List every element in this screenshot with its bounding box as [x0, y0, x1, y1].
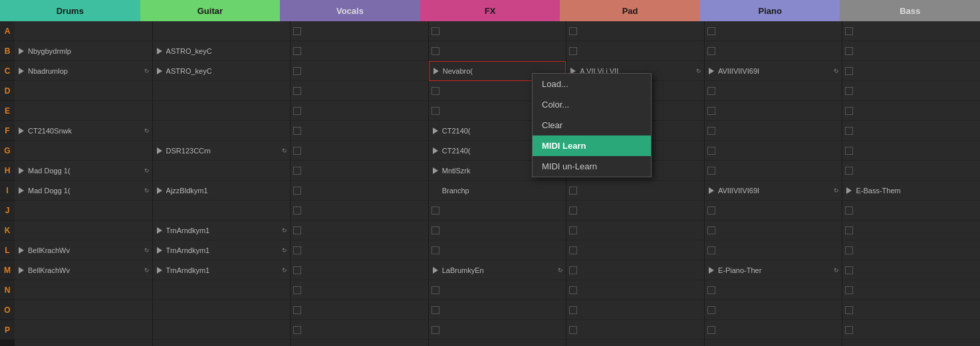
checkbox[interactable] — [431, 27, 439, 35]
checkbox[interactable] — [845, 127, 853, 135]
checkbox[interactable] — [569, 246, 577, 254]
checkbox[interactable] — [431, 207, 439, 215]
cell-drums-i[interactable]: Mad Dogg 1( ↻ — [15, 181, 152, 201]
cell-drums-h[interactable]: Mad Dogg 1( ↻ — [15, 161, 152, 181]
cell-drums-m[interactable]: BellKrachWv ↻ — [15, 260, 152, 280]
checkbox[interactable] — [293, 306, 301, 314]
checkbox[interactable] — [431, 326, 439, 334]
cell-fx-m[interactable]: LaBrumkyEn ↻ — [429, 260, 566, 280]
checkbox[interactable] — [293, 226, 301, 234]
cell-piano-p — [705, 320, 842, 340]
checkbox[interactable] — [569, 27, 577, 35]
cell-guitar-k[interactable]: TrnArndkym1 ↻ — [153, 220, 291, 240]
checkbox[interactable] — [293, 107, 301, 115]
checkbox[interactable] — [845, 167, 853, 175]
checkbox[interactable] — [845, 226, 853, 234]
checkbox[interactable] — [569, 286, 577, 294]
checkbox[interactable] — [293, 326, 301, 334]
checkbox[interactable] — [845, 306, 853, 314]
checkbox[interactable] — [431, 286, 439, 294]
checkbox[interactable] — [707, 167, 715, 175]
cell-bass-o — [842, 300, 980, 320]
checkbox[interactable] — [707, 47, 715, 55]
cell-guitar-l[interactable]: TrnArndkym1 ↻ — [153, 240, 291, 260]
checkbox[interactable] — [707, 207, 715, 215]
checkbox[interactable] — [293, 87, 301, 95]
checkbox[interactable] — [569, 226, 577, 234]
checkbox[interactable] — [569, 47, 577, 55]
checkbox[interactable] — [431, 107, 439, 115]
cell-fx-i[interactable]: Branchp — [429, 181, 566, 201]
checkbox[interactable] — [707, 87, 715, 95]
context-menu-color[interactable]: Color... — [533, 94, 651, 115]
cell-drums-f[interactable]: CT2140Snwk ↻ — [15, 121, 152, 141]
checkbox[interactable] — [569, 266, 577, 274]
tab-bass[interactable]: Bass — [840, 0, 980, 21]
checkbox[interactable] — [293, 27, 301, 35]
tab-piano[interactable]: Piano — [700, 0, 840, 21]
tab-guitar[interactable]: Guitar — [140, 0, 281, 21]
checkbox[interactable] — [293, 207, 301, 215]
context-menu-load[interactable]: Load... — [533, 74, 651, 94]
checkbox[interactable] — [431, 87, 439, 95]
checkbox[interactable] — [293, 286, 301, 294]
checkbox[interactable] — [707, 27, 715, 35]
checkbox[interactable] — [431, 47, 439, 55]
checkbox[interactable] — [293, 266, 301, 274]
cell-drums-b[interactable]: Nbygbydrmlp — [15, 41, 152, 61]
context-menu-midi-unlearn[interactable]: MIDI un-Learn — [533, 156, 651, 177]
tab-drums[interactable]: Drums — [0, 0, 140, 21]
checkbox[interactable] — [293, 47, 301, 55]
checkbox[interactable] — [293, 147, 301, 155]
checkbox[interactable] — [569, 207, 577, 215]
checkbox[interactable] — [845, 47, 853, 55]
tab-pad[interactable]: Pad — [560, 0, 700, 21]
checkbox[interactable] — [431, 226, 439, 234]
checkbox[interactable] — [707, 226, 715, 234]
checkbox[interactable] — [707, 147, 715, 155]
checkbox[interactable] — [845, 87, 853, 95]
cell-guitar-g[interactable]: DSR123CCrn ↻ — [153, 141, 291, 161]
cell-guitar-i[interactable]: AjzzBldkym1 — [153, 181, 291, 201]
cell-piano-m[interactable]: E-Piano-Ther ↻ — [705, 260, 842, 280]
checkbox[interactable] — [845, 246, 853, 254]
cell-fx-o — [429, 300, 566, 320]
checkbox[interactable] — [845, 67, 853, 75]
checkbox[interactable] — [707, 306, 715, 314]
checkbox[interactable] — [293, 167, 301, 175]
checkbox[interactable] — [293, 246, 301, 254]
checkbox[interactable] — [569, 187, 577, 195]
checkbox[interactable] — [431, 306, 439, 314]
cell-guitar-c[interactable]: ASTRO_keyC — [153, 61, 291, 81]
checkbox[interactable] — [293, 67, 301, 75]
context-menu-clear[interactable]: Clear — [533, 115, 651, 135]
checkbox[interactable] — [707, 286, 715, 294]
track-name: TrnArndkym1 — [166, 246, 280, 254]
checkbox[interactable] — [293, 127, 301, 135]
cell-piano-c[interactable]: AVIIIVIIVI69I ↻ — [705, 61, 842, 81]
checkbox[interactable] — [569, 306, 577, 314]
checkbox[interactable] — [845, 27, 853, 35]
checkbox[interactable] — [845, 207, 853, 215]
cell-drums-l[interactable]: BellKrachWv ↻ — [15, 240, 152, 260]
checkbox[interactable] — [707, 107, 715, 115]
cell-bass-i[interactable]: E-Bass-Them — [842, 181, 980, 201]
tab-fx[interactable]: FX — [420, 0, 560, 21]
checkbox[interactable] — [845, 107, 853, 115]
cell-piano-i[interactable]: AVIIIVIIVI69I ↻ — [705, 181, 842, 201]
checkbox[interactable] — [845, 286, 853, 294]
cell-guitar-m[interactable]: TrnArndkym1 ↻ — [153, 260, 291, 280]
checkbox[interactable] — [707, 246, 715, 254]
checkbox[interactable] — [293, 187, 301, 195]
checkbox[interactable] — [707, 326, 715, 334]
checkbox[interactable] — [845, 266, 853, 274]
context-menu-midi-learn[interactable]: MIDI Learn — [533, 135, 651, 156]
tab-vocals[interactable]: Vocals — [280, 0, 420, 21]
checkbox[interactable] — [707, 127, 715, 135]
cell-guitar-b[interactable]: ASTRO_keyC — [153, 41, 291, 61]
cell-drums-c[interactable]: Nbadrumlop ↻ — [15, 61, 152, 81]
checkbox[interactable] — [569, 326, 577, 334]
checkbox[interactable] — [845, 326, 853, 334]
checkbox[interactable] — [431, 246, 439, 254]
checkbox[interactable] — [845, 147, 853, 155]
